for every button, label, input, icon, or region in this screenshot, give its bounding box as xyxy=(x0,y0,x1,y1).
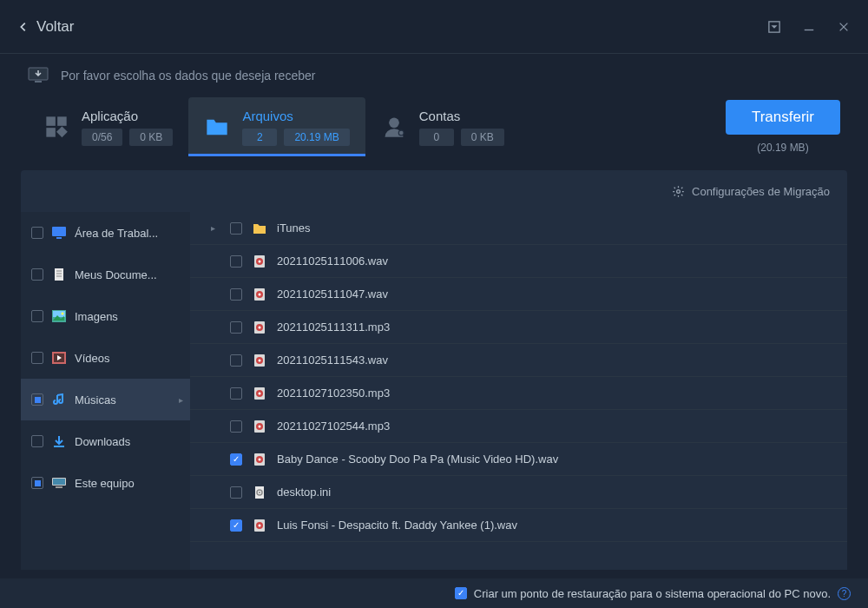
file-row[interactable]: ▸20211025111311.mp3 xyxy=(190,311,847,344)
instruction-text: Por favor escolha os dados que deseja re… xyxy=(61,69,315,83)
svg-point-39 xyxy=(259,326,261,328)
arrow-left-icon xyxy=(17,21,30,33)
file-row[interactable]: ▸iTunes xyxy=(190,212,847,245)
video-icon xyxy=(52,352,66,364)
file-row[interactable]: ▸20211027102544.mp3 xyxy=(190,410,847,443)
sidebar-item-video[interactable]: Vídeos xyxy=(21,337,190,379)
svg-marker-9 xyxy=(56,126,68,137)
help-icon[interactable]: ? xyxy=(838,587,851,600)
transfer-area: Transferir (20.19 MB) xyxy=(726,97,840,156)
file-checkbox[interactable] xyxy=(230,222,242,235)
file-list: ▸iTunes▸20211025111006.wav▸2021102511104… xyxy=(190,212,847,570)
sidebar-checkbox[interactable] xyxy=(31,227,43,239)
sidebar-checkbox[interactable] xyxy=(31,352,43,364)
file-name: 20211025111006.wav xyxy=(277,254,388,268)
ini-icon xyxy=(253,486,266,499)
svg-point-12 xyxy=(399,131,404,135)
footer: Criar um ponto de restauração para o sis… xyxy=(0,578,868,608)
close-button[interactable] xyxy=(837,20,851,34)
file-name: iTunes xyxy=(277,221,311,235)
sidebar-checkbox[interactable] xyxy=(31,310,43,322)
svg-rect-6 xyxy=(46,116,56,126)
file-checkbox[interactable] xyxy=(230,354,242,367)
folder-icon xyxy=(253,221,266,235)
file-checkbox[interactable] xyxy=(230,519,242,532)
audio-icon xyxy=(253,254,266,268)
file-row[interactable]: ▸Baby Dance - Scooby Doo Pa Pa (Music Vi… xyxy=(190,443,847,476)
tab-accounts-size: 0 KB xyxy=(461,129,504,146)
tab-application[interactable]: Aplicação 0/56 0 KB xyxy=(28,97,188,156)
file-checkbox[interactable] xyxy=(230,420,242,433)
file-checkbox[interactable] xyxy=(230,255,242,268)
svg-rect-5 xyxy=(35,81,42,83)
sidebar-item-computer[interactable]: Este equipo xyxy=(21,462,190,504)
file-name: 20211025111543.wav xyxy=(277,354,388,367)
tab-accounts[interactable]: Contas 0 0 KB xyxy=(365,97,520,156)
file-name: 20211027102350.mp3 xyxy=(277,387,390,400)
sidebar-item-download[interactable]: Downloads xyxy=(21,420,190,462)
svg-point-36 xyxy=(259,293,261,295)
minimize-button[interactable] xyxy=(802,20,816,34)
file-row[interactable]: ▸20211027102350.mp3 xyxy=(190,377,847,410)
audio-icon xyxy=(253,453,266,466)
svg-point-57 xyxy=(259,524,261,526)
file-row[interactable]: ▸20211025111006.wav xyxy=(190,245,847,278)
file-checkbox[interactable] xyxy=(230,453,242,466)
file-name: 20211025111047.wav xyxy=(277,287,388,301)
app-grid-icon xyxy=(43,114,69,140)
file-checkbox[interactable] xyxy=(230,486,242,499)
monitor-download-icon xyxy=(28,67,49,84)
audio-icon xyxy=(253,387,266,400)
svg-point-33 xyxy=(259,260,261,262)
audio-icon xyxy=(253,519,266,532)
dropdown-icon[interactable] xyxy=(767,20,781,34)
sidebar-item-desktop[interactable]: Área de Trabal... xyxy=(21,212,190,254)
file-checkbox[interactable] xyxy=(230,288,242,301)
file-row[interactable]: ▸desktop.ini xyxy=(190,476,847,509)
svg-point-45 xyxy=(259,392,261,394)
sidebar-label: Downloads xyxy=(75,435,130,448)
sidebar-label: Área de Trabal... xyxy=(75,227,158,240)
file-checkbox[interactable] xyxy=(230,387,242,400)
file-row[interactable]: ▸20211025111047.wav xyxy=(190,278,847,311)
computer-icon xyxy=(52,477,66,489)
titlebar: Voltar xyxy=(0,0,868,54)
migration-settings-link[interactable]: Configurações de Migração xyxy=(692,185,830,198)
back-button[interactable]: Voltar xyxy=(17,18,74,36)
sidebar-checkbox[interactable] xyxy=(31,477,43,489)
svg-point-51 xyxy=(259,458,261,460)
expand-icon[interactable]: ▸ xyxy=(211,223,220,233)
file-name: Baby Dance - Scooby Doo Pa Pa (Music Vid… xyxy=(277,453,558,466)
sidebar-item-music[interactable]: Músicas▸ xyxy=(21,379,190,420)
tab-app-size: 0 KB xyxy=(129,129,173,146)
audio-icon xyxy=(253,287,266,301)
transfer-button[interactable]: Transferir xyxy=(726,100,840,135)
folder-icon xyxy=(204,114,230,140)
main-panel: Configurações de Migração Área de Trabal… xyxy=(21,170,847,570)
svg-rect-29 xyxy=(53,479,65,485)
sidebar-checkbox[interactable] xyxy=(31,268,43,281)
main-header: Configurações de Migração xyxy=(21,170,847,212)
download-icon xyxy=(52,435,66,447)
svg-rect-8 xyxy=(46,128,56,137)
tab-accounts-title: Contas xyxy=(419,109,504,123)
sidebar-label: Vídeos xyxy=(75,352,109,365)
file-row[interactable]: ▸Luis Fonsi - Despacito ft. Daddy Yankee… xyxy=(190,509,847,542)
chevron-right-icon: ▸ xyxy=(179,395,183,405)
svg-rect-7 xyxy=(57,116,67,126)
sidebar-checkbox[interactable] xyxy=(31,393,43,406)
svg-point-10 xyxy=(389,118,399,129)
svg-point-42 xyxy=(259,359,261,361)
svg-rect-15 xyxy=(56,237,62,239)
sidebar-item-image[interactable]: Imagens xyxy=(21,295,190,337)
audio-icon xyxy=(253,354,266,367)
svg-point-22 xyxy=(62,313,64,315)
tab-files[interactable]: Arquivos 2 20.19 MB xyxy=(188,97,365,156)
restore-point-checkbox[interactable] xyxy=(455,587,467,599)
file-row[interactable]: ▸20211025111543.wav xyxy=(190,344,847,377)
sidebar-item-document[interactable]: Meus Docume... xyxy=(21,254,190,295)
sidebar-checkbox[interactable] xyxy=(31,435,43,447)
audio-icon xyxy=(253,420,266,433)
sidebar-label: Este equipo xyxy=(75,477,135,490)
file-checkbox[interactable] xyxy=(230,321,242,334)
